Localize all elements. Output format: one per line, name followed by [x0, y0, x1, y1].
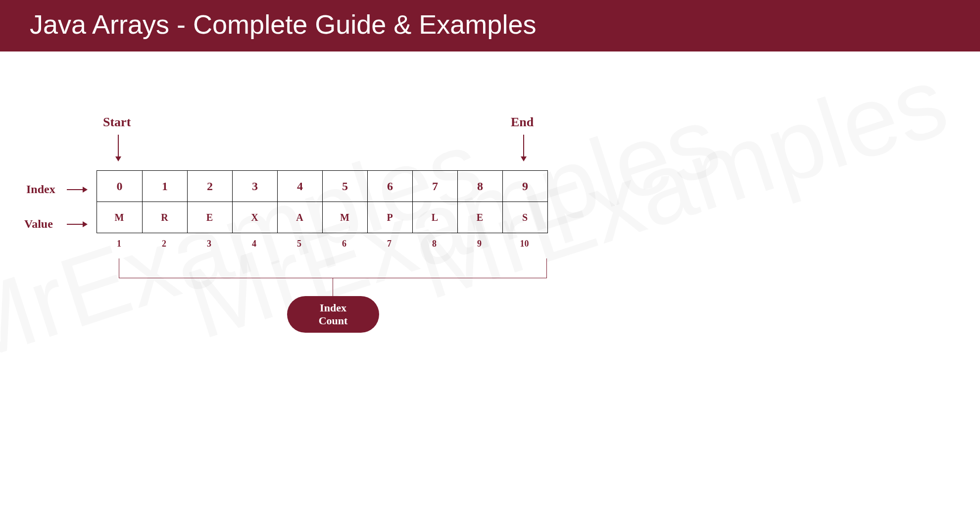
count-cell: 7 — [367, 236, 412, 249]
pill-line: Count — [319, 314, 348, 327]
arrow-right-icon — [67, 189, 87, 190]
diagram-canvas: MrExamples MrExamples MrExamples Start E… — [0, 51, 980, 507]
index-cell: 6 — [367, 171, 412, 202]
arrow-down-icon — [118, 135, 119, 160]
index-cell: 2 — [187, 171, 232, 202]
count-cell: 3 — [187, 236, 232, 249]
value-row-label: Value — [24, 217, 53, 231]
start-label: Start — [103, 115, 131, 130]
value-cell: E — [187, 202, 232, 233]
value-row: M R E X A M P L E S — [97, 202, 547, 233]
pill-line: Index — [320, 302, 346, 314]
index-cell: 1 — [142, 171, 187, 202]
index-cell: 4 — [277, 171, 322, 202]
count-cell: 1 — [97, 236, 142, 249]
arrow-right-icon — [67, 224, 87, 225]
count-cell: 5 — [277, 236, 322, 249]
count-row: 1 2 3 4 5 6 7 8 9 10 — [97, 236, 547, 249]
index-cell: 3 — [232, 171, 277, 202]
value-cell: S — [502, 202, 547, 233]
array-grid: 0 1 2 3 4 5 6 7 8 9 M R E X A M P L E S — [97, 170, 548, 233]
count-cell: 6 — [322, 236, 367, 249]
value-cell: M — [97, 202, 142, 233]
count-cell: 8 — [412, 236, 457, 249]
value-cell: L — [412, 202, 457, 233]
index-cell: 0 — [97, 171, 142, 202]
value-cell: R — [142, 202, 187, 233]
index-cell: 7 — [412, 171, 457, 202]
value-cell: E — [457, 202, 502, 233]
index-count-pill: Index Count — [287, 296, 379, 333]
value-cell: X — [232, 202, 277, 233]
count-cell: 9 — [457, 236, 502, 249]
index-cell: 8 — [457, 171, 502, 202]
count-cell: 2 — [142, 236, 187, 249]
bracket-stem-icon — [333, 278, 333, 297]
end-label: End — [511, 115, 534, 130]
index-row: 0 1 2 3 4 5 6 7 8 9 — [97, 171, 547, 202]
value-cell: A — [277, 202, 322, 233]
count-cell: 4 — [232, 236, 277, 249]
value-cell: M — [322, 202, 367, 233]
bracket-icon — [119, 258, 547, 278]
index-cell: 5 — [322, 171, 367, 202]
arrow-down-icon — [523, 135, 524, 160]
page-title: Java Arrays - Complete Guide & Examples — [30, 9, 536, 39]
index-cell: 9 — [502, 171, 547, 202]
page-header: Java Arrays - Complete Guide & Examples — [0, 0, 980, 51]
value-cell: P — [367, 202, 412, 233]
count-cell: 10 — [502, 236, 547, 249]
index-row-label: Index — [26, 183, 55, 196]
